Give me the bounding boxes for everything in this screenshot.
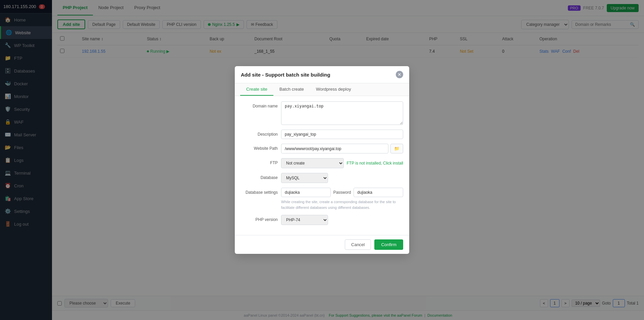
database-settings-fields: Password While creating the site, create…: [281, 188, 403, 210]
ftp-install-link[interactable]: FTP is not installed, Click install: [346, 161, 403, 166]
description-input[interactable]: [281, 130, 403, 139]
modal-header: Add site - Support batch site building ✕: [235, 66, 409, 83]
domain-name-label: Domain name: [241, 101, 278, 108]
password-label: Password: [333, 190, 351, 195]
website-path-row: Website Path 📁: [241, 144, 403, 153]
ftp-row: FTP Not create FTP is not installed, Cli…: [241, 158, 403, 168]
modal-tab-create[interactable]: Create site: [240, 83, 273, 96]
modal-footer: Cancel Confirm: [235, 235, 409, 254]
website-path-input[interactable]: [281, 144, 388, 153]
db-credentials-row: Password: [281, 188, 403, 197]
php-version-select[interactable]: PHP-74 PHP-80 PHP-81: [281, 215, 328, 225]
database-label: Database: [241, 173, 278, 180]
modal-close-button[interactable]: ✕: [396, 71, 403, 78]
modal-overlay: Add site - Support batch site building ✕…: [0, 0, 644, 320]
db-username-input[interactable]: [281, 188, 331, 197]
confirm-button[interactable]: Confirm: [374, 239, 403, 250]
db-hint-text: While creating the site, create a corres…: [281, 199, 403, 210]
folder-browse-button[interactable]: 📁: [390, 144, 403, 153]
website-path-label: Website Path: [241, 144, 278, 151]
path-row: 📁: [281, 144, 403, 153]
ftp-select[interactable]: Not create: [281, 158, 344, 168]
database-settings-label: Database settings: [241, 188, 278, 195]
ftp-controls: Not create FTP is not installed, Click i…: [281, 158, 403, 168]
modal-tab-wordpress[interactable]: Wordpress deploy: [310, 83, 357, 96]
add-site-modal: Add site - Support batch site building ✕…: [235, 66, 409, 254]
domain-name-row: Domain name pay.xiyangai.top: [241, 101, 403, 125]
db-password-input[interactable]: [354, 188, 403, 197]
domain-name-input[interactable]: pay.xiyangai.top: [281, 101, 403, 125]
modal-title: Add site - Support batch site building: [241, 72, 330, 78]
modal-tab-batch[interactable]: Batch create: [273, 83, 310, 96]
cancel-button[interactable]: Cancel: [345, 239, 371, 250]
modal-tabs: Create siteBatch createWordpress deploy: [235, 83, 409, 96]
database-row: Database MySQL: [241, 173, 403, 183]
description-label: Description: [241, 130, 278, 137]
description-row: Description: [241, 130, 403, 139]
php-version-label: PHP version: [241, 215, 278, 222]
ftp-label: FTP: [241, 158, 278, 165]
modal-body: Domain name pay.xiyangai.top Description…: [235, 96, 409, 235]
database-settings-row: Database settings Password While creatin…: [241, 188, 403, 210]
database-select[interactable]: MySQL: [281, 173, 328, 183]
php-version-row: PHP version PHP-74 PHP-80 PHP-81: [241, 215, 403, 225]
